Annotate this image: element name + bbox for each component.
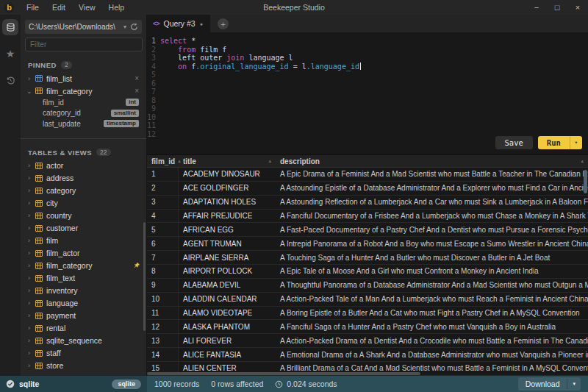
cell-film-id: 11 [147, 307, 179, 320]
save-button[interactable]: Save [495, 136, 533, 150]
connection-path: C:\Users\User\Downloads\ [29, 23, 120, 31]
results-horizontal-scrollbar[interactable] [147, 372, 420, 375]
table-item-city[interactable]: ›city [21, 197, 146, 210]
run-options-caret[interactable]: ▾ [570, 136, 582, 150]
table-grid-icon [35, 325, 43, 332]
close-button[interactable]: × [567, 0, 588, 15]
table-item-sqlite_sequence[interactable]: ›sqlite_sequence [21, 335, 146, 347]
sql-editor[interactable]: 1select *2 from film f3 left outer join … [147, 32, 588, 154]
code-token: join [226, 54, 244, 63]
table-row[interactable]: 8AIRPORT POLLOCKA Epic Tale of a Moose A… [147, 265, 588, 279]
table-row[interactable]: 13ALI FOREVERA Action-Packed Drama of a … [147, 334, 588, 348]
table-item-country[interactable]: ›country [21, 210, 146, 222]
new-tab-button[interactable]: + [218, 18, 229, 29]
table-grid-icon [35, 275, 43, 282]
maximize-button[interactable]: □ [547, 0, 567, 15]
tables-count-badge: 22 [96, 149, 110, 157]
column-type-badge: int [126, 99, 139, 106]
pinned-item-film-list[interactable]: › film_list × [21, 72, 146, 85]
menu-edit[interactable]: Edit [46, 0, 72, 15]
results-vertical-scrollbar[interactable] [584, 170, 587, 193]
table-name: sqlite_sequence [46, 336, 140, 345]
refresh-icon[interactable] [130, 23, 138, 31]
connection-dropdown[interactable]: C:\Users\User\Downloads\ ▾ [25, 20, 142, 34]
chevron-right-icon: › [26, 75, 32, 82]
table-row[interactable]: 3ADAPTATION HOLESA Astounding Reflection… [147, 196, 588, 210]
table-item-actor[interactable]: ›actor [21, 160, 146, 172]
history-icon [6, 76, 15, 85]
table-item-staff[interactable]: ›staff [21, 347, 146, 360]
table-item-inventory[interactable]: ›inventory [21, 285, 146, 297]
pinned-column-row: last_updatetimestamp [21, 118, 146, 129]
results-header: film_id ▴ title ▴ description ▴ [147, 155, 588, 168]
menu-help[interactable]: Help [102, 0, 132, 15]
table-row[interactable]: 11ALAMO VIDEOTAPEA Boring Epistle of a B… [147, 307, 588, 321]
column-header-description[interactable]: description ▴ [276, 155, 588, 167]
line-number: 1 [147, 37, 160, 46]
table-item-customer[interactable]: ›customer [21, 222, 146, 235]
code-line: 4 on f.original_language_id = l.language… [147, 63, 588, 71]
chevron-right-icon: › [26, 312, 32, 319]
cell-film-id: 2 [147, 182, 179, 195]
unpin-close-icon[interactable]: × [133, 74, 140, 82]
chevron-right-icon: › [26, 187, 32, 194]
cell-description: A Action-Packed Drama of a Dentist And a… [276, 334, 588, 347]
tab-query-3[interactable]: <> Query #3 ● [147, 15, 210, 32]
run-button[interactable]: Run [538, 136, 570, 150]
table-grid-icon [35, 338, 43, 344]
menu-bar: FileEditViewHelp [20, 0, 131, 15]
column-header-film-id[interactable]: film_id ▴ [147, 155, 179, 167]
sidebar-scrollbar[interactable] [143, 222, 146, 331]
table-item-address[interactable]: ›address [21, 172, 146, 185]
table-item-language[interactable]: ›language [21, 297, 146, 310]
table-row[interactable]: 6AGENT TRUMANA Intrepid Panorama of a Ro… [147, 237, 588, 251]
table-row[interactable]: 4AFFAIR PREJUDICEA Fanciful Documentary … [147, 210, 588, 224]
pin-icon [133, 262, 140, 269]
chevron-right-icon: › [26, 174, 32, 182]
cell-film-id: 8 [147, 265, 179, 278]
main-area: <> Query #3 ● + 1select *2 from film f3 … [147, 15, 588, 376]
table-row[interactable]: 7AIRPLANE SIERRAA Touching Saga of a Hun… [147, 251, 588, 265]
table-item-payment[interactable]: ›payment [21, 310, 146, 322]
table-row[interactable]: 14ALICE FANTASIAA Emotional Drama of a A… [147, 348, 588, 362]
table-item-film_actor[interactable]: ›film_actor [21, 247, 146, 260]
filter-input[interactable] [25, 38, 143, 51]
table-row[interactable]: 5AFRICAN EGGA Fast-Paced Documentary of … [147, 223, 588, 237]
history-panel-button[interactable] [2, 72, 18, 88]
cell-description: A Fast-Paced Documentary of a Pastry Che… [276, 223, 588, 236]
table-item-category[interactable]: ›category [21, 185, 146, 197]
cell-description: A Intrepid Panorama of a Robot And a Boy… [276, 237, 588, 250]
table-name: inventory [46, 286, 140, 295]
view-grid-icon [35, 75, 43, 82]
table-item-film_text[interactable]: ›film_text [21, 272, 146, 285]
table-item-rental[interactable]: ›rental [21, 322, 146, 335]
table-grid-icon [35, 288, 43, 294]
cell-description: A Astounding Reflection of a Lumberjack … [276, 196, 588, 209]
favorites-panel-button[interactable]: ★ [2, 46, 18, 62]
window-controls: − □ × [526, 0, 588, 15]
table-item-film[interactable]: ›film [21, 235, 146, 247]
pinned-item-film-category[interactable]: ⌄ film_category × [21, 85, 146, 97]
table-row[interactable]: 12ALASKA PHANTOMA Fanciful Saga of a Hun… [147, 320, 588, 334]
table-name: store [46, 361, 140, 370]
table-row[interactable]: 10ALADDIN CALENDARA Action-Packed Tale o… [147, 293, 588, 307]
menu-view[interactable]: View [72, 0, 102, 15]
line-number: 12 [147, 130, 160, 139]
download-button[interactable]: Download [518, 377, 567, 391]
database-panel-button[interactable] [2, 19, 18, 35]
menu-file[interactable]: File [20, 0, 46, 15]
line-number: 5 [147, 71, 160, 79]
download-options-caret[interactable]: ▾ [567, 379, 581, 389]
cell-title: AGENT TRUMAN [179, 237, 276, 250]
minimize-button[interactable]: − [526, 0, 547, 15]
table-row[interactable]: 2ACE GOLDFINGERA Astounding Epistle of a… [147, 182, 588, 196]
table-row[interactable]: 1ACADEMY DINOSAURA Epic Drama of a Femin… [147, 168, 588, 182]
table-row[interactable]: 9ALABAMA DEVILA Thoughtful Panorama of a… [147, 279, 588, 293]
unpin-close-icon[interactable]: × [133, 87, 140, 95]
column-header-title[interactable]: title ▴ [179, 155, 276, 167]
table-grid-icon [35, 213, 43, 219]
connection-status[interactable]: sqlite sqlite [0, 376, 147, 392]
table-item-store[interactable]: ›store [21, 360, 146, 372]
line-number: 8 [147, 96, 160, 105]
table-item-film_category[interactable]: ›film_category [21, 260, 146, 272]
